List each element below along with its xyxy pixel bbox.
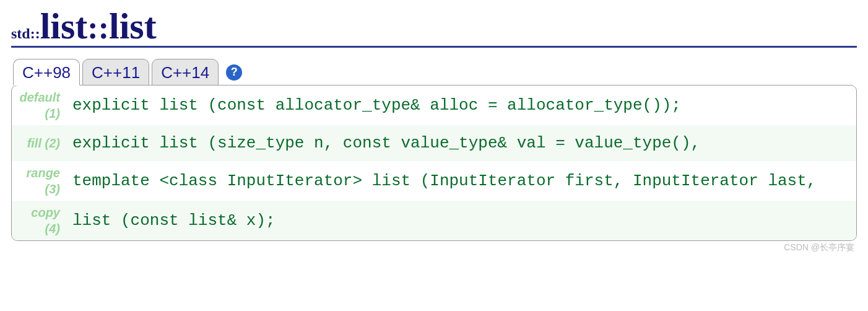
page-title: std::list::list <box>11 7 857 48</box>
title-separator: :: <box>87 10 109 45</box>
version-tabs: C++98 C++11 C++14 ? <box>13 59 857 85</box>
help-icon-glyph: ? <box>231 66 238 79</box>
signature-row: range (3) template <class InputIterator>… <box>12 161 856 201</box>
help-icon[interactable]: ? <box>226 64 242 81</box>
signature-table: default (1) explicit list (const allocat… <box>12 85 856 240</box>
signature-code: template <class InputIterator> list (Inp… <box>66 161 856 201</box>
signature-row: copy (4) list (const list& x); <box>12 201 856 240</box>
tab-label: C++14 <box>161 63 209 82</box>
signature-code: explicit list (size_type n, const value_… <box>66 125 856 161</box>
title-namespace: std:: <box>11 25 40 42</box>
signature-row: fill (2) explicit list (size_type n, con… <box>12 125 856 161</box>
title-member: list <box>109 6 157 46</box>
tab-cpp11[interactable]: C++11 <box>82 59 149 85</box>
signature-tag: copy (4) <box>12 201 66 240</box>
signature-code: list (const list& x); <box>66 201 856 240</box>
signature-code: explicit list (const allocator_type& all… <box>66 85 856 125</box>
watermark: CSDN @长亭序宴 <box>11 242 857 253</box>
tab-label: C++98 <box>22 63 71 82</box>
signature-tag: range (3) <box>12 161 66 201</box>
tab-cpp14[interactable]: C++14 <box>152 59 219 85</box>
tab-label: C++11 <box>92 63 140 82</box>
signature-row: default (1) explicit list (const allocat… <box>12 85 856 125</box>
signature-tag: fill (2) <box>12 125 66 161</box>
title-class: list <box>40 6 88 46</box>
constructor-signatures: default (1) explicit list (const allocat… <box>11 85 857 241</box>
signature-tag: default (1) <box>12 85 66 125</box>
tab-cpp98[interactable]: C++98 <box>13 59 80 85</box>
